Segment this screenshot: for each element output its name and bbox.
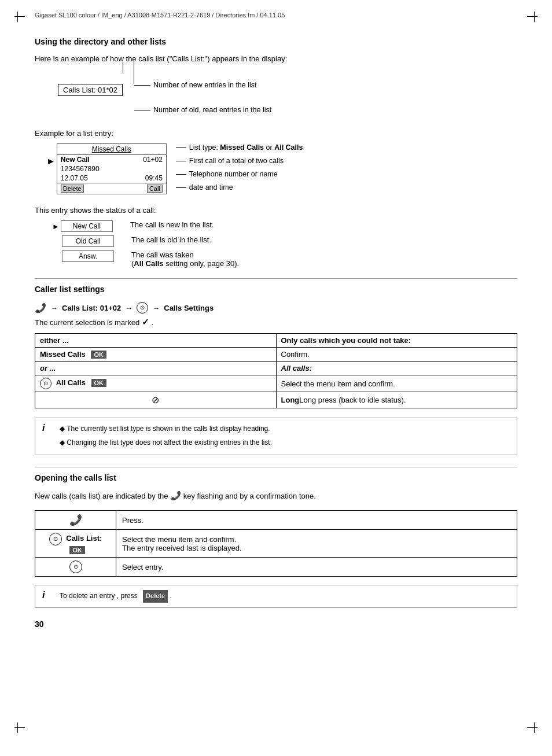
all-calls-label: All Calls — [56, 378, 86, 387]
calls-list-box: Calls List: 01*02 — [58, 84, 123, 96]
section3-intro: New calls (calls list) are indicated by … — [35, 491, 517, 501]
section-caller-settings: Caller list settings 📞 → Calls List: 01+… — [35, 285, 517, 455]
table-row-all-calls: ⊙ All Calls OK Select the menu item and … — [35, 375, 517, 392]
entry-annotations: List type: Missed Calls or All Calls Fir… — [176, 143, 303, 194]
open-row2-desc: Select the menu item and confirm. The en… — [116, 530, 517, 558]
open-table-row2: ⊙ Calls List: OK Select the menu item an… — [35, 530, 517, 558]
nav-bar: 📞 → Calls List: 01+02 → ⊙ → Calls Settin… — [35, 302, 517, 314]
section-divider-1 — [35, 278, 517, 279]
phone-row3: 12.07.05 09:45 — [57, 174, 166, 183]
info-box-delete: i To delete an entry , press Delete . — [35, 585, 517, 608]
open-calls-table: 📞 Press. ⊙ Calls List: OK Select the men… — [35, 510, 517, 577]
old-call-label: Old Call — [76, 237, 101, 245]
status-row-new-call: ► New Call The call is new in the list. — [52, 220, 517, 232]
ann-line-2: Number of old, read entries in the list — [134, 103, 271, 117]
phone-count: 01+02 — [143, 156, 163, 164]
info-bullet2: ◆ Changing the list type does not affect… — [60, 437, 272, 449]
table-row-long-press: ⊘ LongLong press (back to idle status). — [35, 392, 517, 408]
section3-title: Opening the calls list — [35, 473, 517, 482]
corner-mark-tl — [17, 12, 18, 22]
open-row1-phone-icon: 📞 — [69, 514, 82, 526]
page: Gigaset SL100 colour / IM_eng / A31008-M… — [0, 0, 552, 756]
checkmark: ✓ — [142, 317, 149, 327]
ann1-text: Number of new entries in the list — [153, 78, 257, 93]
example-label: Example for a list entry: — [35, 129, 517, 138]
section-divider-2 — [35, 467, 517, 467]
nav-icon-middle: ⊙ — [137, 302, 148, 314]
all-calls-nav-icon: ⊙ — [40, 378, 51, 389]
answ-box: Answ. — [62, 250, 114, 262]
ann-tel: Telephone number or name — [176, 170, 303, 178]
nav-phone-icon: 📞 — [35, 303, 46, 314]
new-call-box: New Call — [61, 220, 113, 232]
calls-box-area: Calls List: 01*02 — [58, 84, 123, 96]
new-call-arrow: ► — [52, 222, 60, 231]
call-btn[interactable]: Call — [147, 185, 163, 193]
section-using-directory: Using the directory and other lists Here… — [35, 37, 517, 268]
col1-header: either ... — [35, 334, 277, 348]
nav-arrow1: → — [50, 304, 58, 312]
col2-header: Only calls which you could not take: — [276, 334, 517, 348]
phone-date: 12.07.05 — [61, 174, 88, 182]
all-calls-ok: OK — [91, 379, 107, 387]
old-call-desc: The call is old in the list. — [131, 235, 211, 244]
phone-row1: New Call 01+02 — [57, 155, 166, 164]
entry-arrow: ► — [46, 156, 56, 167]
section1-intro: Here is an example of how the calls list… — [35, 54, 517, 63]
entry-diagram: ► Missed Calls New Call 01+02 1234567890… — [46, 143, 517, 194]
status-table: ► New Call The call is new in the list. … — [52, 220, 517, 268]
corner-dash-tl — [14, 16, 25, 17]
open-row2-desc2: The entry received last is displayed. — [122, 544, 511, 552]
ann-first-call: First call of a total of two calls — [176, 157, 303, 165]
section2-title: Caller list settings — [35, 285, 517, 294]
nav-arrow3: → — [152, 304, 160, 312]
info-delete-btn: Delete — [143, 590, 168, 603]
open-row3-nav-icon: ⊙ — [69, 560, 82, 573]
all-calls-cell: ⊙ All Calls OK — [35, 375, 277, 392]
info-icon: i — [42, 423, 51, 433]
calls-box-label: Calls List: 01*02 — [63, 86, 117, 94]
open-row2-label: Calls List: — [66, 534, 102, 543]
info-box-caller-settings: i ◆ The currently set list type is shown… — [35, 418, 517, 455]
long-press-icon: ⊘ — [152, 395, 159, 405]
header-text: Gigaset SL100 colour / IM_eng / A31008-M… — [35, 12, 285, 19]
new-call-label: New Call — [73, 222, 101, 230]
open-row2-desc1: Select the menu item and confirm. — [122, 535, 511, 544]
open-table-row3: ⊙ Select entry. — [35, 558, 517, 577]
ann2-text: Number of old, read entries in the list — [153, 103, 271, 117]
nav-calls-settings: Calls Settings — [164, 304, 214, 312]
open-row2-icon-cell: ⊙ Calls List: OK — [35, 530, 116, 558]
answ-bold: All Calls — [134, 259, 163, 268]
ann-tel-text: Telephone number or name — [189, 170, 278, 178]
open-row3-desc: Select entry. — [116, 558, 517, 577]
open-row2-nav-icon: ⊙ — [49, 533, 62, 545]
phone-screen-mock: Missed Calls New Call 01+02 1234567890 1… — [57, 143, 167, 194]
table-row-missed-calls: Missed Calls OK Confirm. — [35, 348, 517, 362]
ann-first-call-text: First call of a total of two calls — [189, 157, 284, 165]
ann-line-1: Number of new entries in the list — [134, 78, 271, 93]
or-cell: or ... — [35, 362, 277, 375]
phone-header-text: Missed Calls — [92, 145, 131, 153]
info-bullet1: ◆ The currently set list type is shown i… — [60, 423, 272, 436]
info-delete-icon: i — [42, 590, 51, 600]
page-number: 30 — [35, 619, 517, 629]
phone-row2: 1234567890 — [57, 164, 166, 174]
answ-label: Answ. — [79, 252, 97, 260]
marked-text: The current selection is marked ✓ . — [35, 317, 517, 327]
new-call-desc: The call is new in the list. — [130, 220, 214, 229]
corner-dash-br — [527, 727, 538, 728]
status-row-answ: Answ. The call was taken (All Calls sett… — [52, 250, 517, 268]
delete-btn[interactable]: Delete — [61, 185, 84, 193]
status-intro: This entry shows the status of a call: — [35, 206, 517, 215]
info-delete-text1: To delete an entry , press — [60, 592, 139, 600]
phone-new-call: New Call — [61, 156, 90, 164]
all-calls-header-cell: All calls: — [276, 362, 517, 375]
calls-display-diagram: Calls List: 01*02 Number of new entries … — [58, 72, 517, 117]
phone-footer: Delete Call — [57, 183, 166, 194]
open-row1-desc: Press. — [116, 511, 517, 530]
corner-dash-bl — [14, 727, 25, 728]
phone-number: 1234567890 — [61, 165, 100, 173]
missed-calls-label: Missed Calls — [40, 350, 86, 359]
corner-mark-bl — [17, 722, 18, 733]
status-row-old-call: Old Call The call is old in the list. — [52, 235, 517, 247]
